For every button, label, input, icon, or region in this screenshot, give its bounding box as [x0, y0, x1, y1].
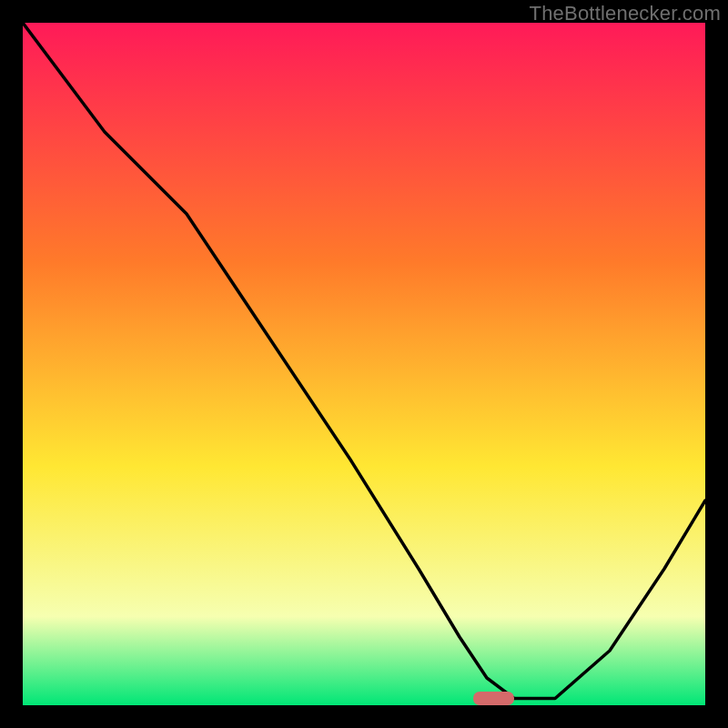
chart-background	[23, 23, 705, 705]
chart-frame	[23, 23, 705, 705]
chart-svg	[23, 23, 705, 705]
target-marker	[473, 692, 514, 705]
watermark-text: TheBottlenecker.com	[530, 2, 721, 25]
